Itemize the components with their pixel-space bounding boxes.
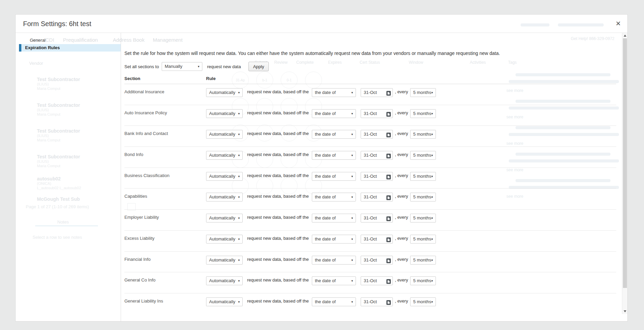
rule-date-input[interactable]: 31-Oct [361,151,393,160]
rule-date-input[interactable]: 31-Oct [361,88,393,97]
rule-mode-select[interactable]: Automatically ▼ [206,235,243,244]
rule-mode-select[interactable]: Automatically ▼ [206,172,243,181]
rule-basis-value: the date of [315,236,336,241]
rule-date-input[interactable]: 31-Oct [361,109,393,118]
rule-basis-value: the date of [315,299,336,304]
rule-mode-select[interactable]: Automatically ▼ [206,193,243,201]
rule-interval-value: 5 months [413,194,431,199]
rule-mode-select[interactable]: Automatically ▼ [206,109,243,118]
rule-mode-value: Automatically [209,299,235,304]
rule-interval-select[interactable]: 5 months ▼ [410,151,436,160]
calendar-icon[interactable] [386,278,391,283]
chevron-down-icon: ▼ [351,298,354,306]
rule-interval-select[interactable]: 5 months ▼ [410,276,436,285]
rule-basis-value: the date of [315,111,336,116]
sidebar-item-expiration-rules[interactable]: Expiration Rules [19,44,121,52]
rule-basis-select[interactable]: the date of ▼ [312,88,356,97]
set-all-mode-select[interactable]: Manually ▼ [162,62,202,71]
table-row: Business Classification Automatically ▼ … [124,168,616,189]
rule-interval-select[interactable]: 5 months ▼ [410,130,436,139]
rule-basis-select[interactable]: the date of ▼ [312,256,356,265]
rule-basis-value: the date of [315,257,336,263]
rule-date-input[interactable]: 31-Oct [361,276,393,285]
rule-date-value: 31-Oct [364,194,377,199]
calendar-icon[interactable] [386,153,391,158]
rule-mode-value: Automatically [209,257,235,263]
calendar-icon[interactable] [386,132,391,137]
rule-basis-select[interactable]: the date of ▼ [312,109,356,118]
rule-interval-select[interactable]: 5 months ▼ [410,256,436,265]
scrollbar-thumb[interactable] [623,38,627,288]
rule-date-value: 31-Oct [364,90,377,95]
calendar-icon[interactable] [386,174,391,179]
sidebar-item-general[interactable]: General [19,37,121,44]
form-settings-modal: meCDIPrequalificationAddress BookManagem… [15,14,628,322]
rule-basis-select[interactable]: the date of ▼ [312,130,356,139]
chevron-down-icon: ▼ [351,256,354,265]
rule-mode-select[interactable]: Automatically ▼ [206,276,243,285]
rule-date-input[interactable]: 31-Oct [361,172,393,181]
rule-basis-select[interactable]: the date of ▼ [312,151,356,160]
rule-middle-text: request new data, based off the [247,131,309,136]
chevron-down-icon: ▼ [351,172,354,181]
rule-basis-select[interactable]: the date of ▼ [312,235,356,244]
chevron-down-icon: ▼ [351,151,354,160]
table-row: General Co Info Automatically ▼ request … [124,272,616,293]
rule-mode-select[interactable]: Automatically ▼ [206,214,243,222]
calendar-icon[interactable] [386,299,391,304]
rule-mode-select[interactable]: Automatically ▼ [206,297,243,306]
rule-date-input[interactable]: 31-Oct [361,130,393,139]
rule-mode-value: Automatically [209,111,235,116]
rule-basis-select[interactable]: the date of ▼ [312,214,356,222]
rule-interval-select[interactable]: 5 months ▼ [410,214,436,222]
rule-interval-select[interactable]: 5 months ▼ [410,193,436,201]
rule-interval-select[interactable]: 5 months ▼ [410,235,436,244]
rule-every-text: , every [395,173,408,178]
rule-middle-text: request new data, based off the [247,257,309,262]
calendar-icon[interactable] [386,195,391,199]
chevron-down-icon: ▼ [351,130,354,139]
calendar-icon[interactable] [386,237,391,241]
calendar-icon[interactable] [386,90,391,95]
rule-interval-select[interactable]: 5 months ▼ [410,172,436,181]
section-label: Financial Info [124,256,206,262]
chevron-down-icon: ▼ [238,130,240,139]
rule-date-input[interactable]: 31-Oct [361,297,393,306]
chevron-down-icon: ▼ [238,214,240,222]
close-icon[interactable]: ✕ [614,19,623,28]
rule-interval-select[interactable]: 5 months ▼ [410,88,436,97]
calendar-icon[interactable] [386,216,391,220]
set-all-mode-value: Manually [165,64,182,69]
rule-date-input[interactable]: 31-Oct [361,193,393,201]
chevron-down-icon: ▼ [431,214,434,222]
rule-date-input[interactable]: 31-Oct [361,235,393,244]
calendar-icon[interactable] [386,111,391,116]
chevron-down-icon: ▼ [431,235,434,244]
rule-interval-select[interactable]: 5 months ▼ [410,297,436,306]
scroll-down-arrow[interactable] [624,310,626,312]
rule-every-text: , every [395,298,408,304]
rule-basis-select[interactable]: the date of ▼ [312,276,356,285]
rule-basis-select[interactable]: the date of ▼ [312,193,356,201]
apply-button[interactable]: Apply [248,62,269,71]
scroll-up-arrow[interactable] [624,35,626,37]
rule-mode-value: Automatically [209,153,235,158]
rule-date-value: 31-Oct [364,215,377,220]
rule-interval-select[interactable]: 5 months ▼ [410,109,436,118]
rule-date-input[interactable]: 31-Oct [361,256,393,265]
rule-mode-select[interactable]: Automatically ▼ [206,151,243,160]
section-label: Additional Insurance [124,88,206,94]
chevron-down-icon: ▼ [238,277,240,285]
rule-interval-value: 5 months [413,174,431,179]
calendar-icon[interactable] [386,258,391,263]
rule-basis-select[interactable]: the date of ▼ [312,297,356,306]
rule-mode-select[interactable]: Automatically ▼ [206,130,243,139]
chevron-down-icon: ▼ [238,110,240,118]
rule-mode-select[interactable]: Automatically ▼ [206,88,243,97]
rule-mode-value: Automatically [209,278,235,283]
rule-mode-select[interactable]: Automatically ▼ [206,256,243,265]
rule-basis-select[interactable]: the date of ▼ [312,172,356,181]
rule-interval-value: 5 months [413,90,431,95]
rule-date-input[interactable]: 31-Oct [361,214,393,222]
vertical-scrollbar[interactable] [622,33,627,314]
